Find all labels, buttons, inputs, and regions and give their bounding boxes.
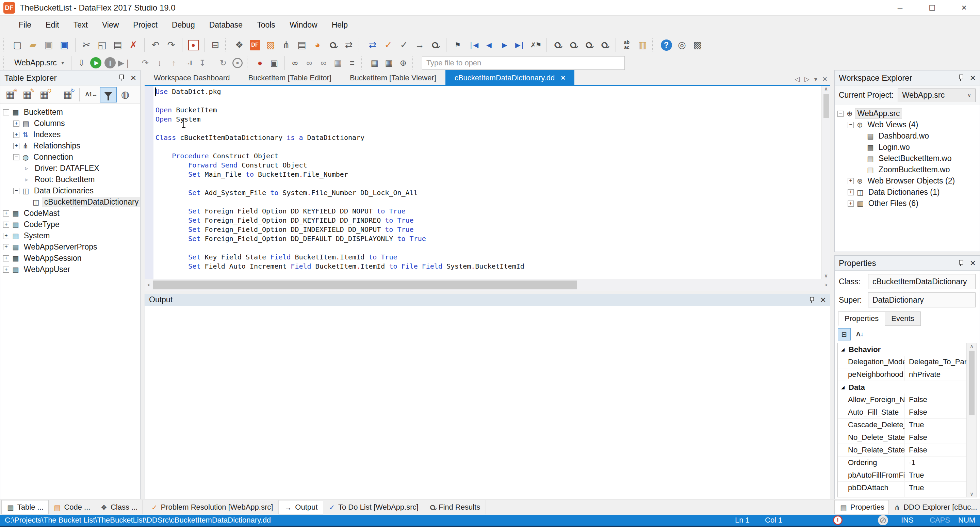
- filter-tables-button[interactable]: [100, 87, 117, 102]
- toggle-breakpoint-button[interactable]: ●: [253, 57, 267, 70]
- property-value[interactable]: Delegate_To_Par: [904, 356, 966, 368]
- run-button[interactable]: ▶: [89, 57, 103, 70]
- code-line[interactable]: [156, 244, 821, 253]
- error-indicator-icon[interactable]: !: [833, 516, 843, 525]
- reorder-columns-button[interactable]: A1↔: [83, 87, 100, 102]
- tree-item-webappuser[interactable]: +▦WebAppUser: [0, 264, 140, 275]
- panel-tab-find-results[interactable]: QFind Results: [424, 500, 486, 514]
- compile-file-button[interactable]: ⇄: [365, 37, 380, 53]
- new-file-button[interactable]: ▢: [10, 37, 25, 53]
- object-inspector-button[interactable]: ▤: [294, 37, 310, 53]
- tree-item-webappserverprops[interactable]: +▦WebAppServerProps: [0, 241, 140, 253]
- scroll-left-icon[interactable]: <: [147, 282, 150, 288]
- code-line[interactable]: Set Foreign_Field_Option DD_INDEXFIELD D…: [156, 225, 821, 234]
- about-button[interactable]: ◎: [674, 37, 690, 53]
- property-value[interactable]: False: [904, 393, 966, 406]
- breakpoint-list-button[interactable]: ▣: [267, 57, 282, 70]
- scroll-right-icon[interactable]: >: [824, 282, 827, 288]
- cut-button[interactable]: ✂: [79, 37, 94, 53]
- property-value[interactable]: nhPrivate: [904, 368, 966, 381]
- pin-icon[interactable]: [958, 260, 963, 267]
- code-line[interactable]: Set Field_Auto_Increment Field BucketIte…: [156, 262, 821, 271]
- vertical-scrollbar[interactable]: ∧ ∨: [821, 86, 830, 279]
- code-line[interactable]: Open System: [156, 115, 821, 124]
- scroll-up-icon[interactable]: ∧: [824, 86, 828, 92]
- step-over-button[interactable]: ↷: [138, 57, 153, 70]
- property-row-cascade-delete-s[interactable]: Cascade_Delete_STrue: [838, 419, 966, 431]
- file-switch-button[interactable]: ⇄: [341, 37, 356, 53]
- tab-close-icon[interactable]: ×: [561, 73, 565, 83]
- tree-item-driver-dataflex[interactable]: ▹Driver: DATAFLEX: [0, 163, 140, 174]
- restart-button[interactable]: ↻: [216, 57, 231, 70]
- find-button[interactable]: Q: [550, 37, 566, 53]
- find-prev-button[interactable]: Q: [566, 37, 581, 53]
- close-icon[interactable]: ×: [821, 295, 826, 305]
- close-icon[interactable]: ×: [970, 73, 975, 83]
- expand-icon[interactable]: +: [13, 132, 19, 138]
- delete-button[interactable]: ✗: [126, 37, 141, 53]
- edit-table-button[interactable]: ▦✎: [19, 87, 36, 102]
- code-editor[interactable]: Use DataDict.pkgOpen BucketItemOpen Syst…: [145, 86, 830, 279]
- code-line[interactable]: Forward Send Construct_Object: [156, 161, 821, 170]
- quick-open-input[interactable]: [422, 56, 625, 70]
- tab-scroll-right-icon[interactable]: ▷: [804, 75, 810, 83]
- property-row-allow-foreign-ne[interactable]: Allow_Foreign_NeFalse: [838, 393, 966, 406]
- panel-tab-class[interactable]: ❖Class ...: [95, 500, 143, 514]
- bookmark-last-button[interactable]: ▶❘: [512, 37, 528, 53]
- find-next-button[interactable]: Q: [581, 37, 597, 53]
- scroll-down-icon[interactable]: ∨: [970, 491, 974, 497]
- property-value[interactable]: True: [904, 482, 966, 494]
- tree-item-login-wo[interactable]: ▤Login.wo: [835, 142, 980, 153]
- property-row-pbforeignreado[interactable]: pbForeignReadOFalse: [838, 494, 966, 497]
- code-line[interactable]: Set Main_File to BucketItem.File_Number: [156, 170, 821, 179]
- open-file-button[interactable]: ▰: [25, 37, 41, 53]
- tab-scroll-left-icon[interactable]: ◁: [795, 75, 800, 83]
- tree-item-columns[interactable]: +▤Columns: [0, 118, 140, 129]
- todo-check-button[interactable]: ✓: [396, 37, 412, 53]
- menu-text[interactable]: Text: [66, 16, 95, 34]
- panel-tab-output[interactable]: →Output: [279, 500, 323, 514]
- tree-item-data-dictionaries-1[interactable]: +◫Data Dictionaries (1): [835, 186, 980, 198]
- bookmark-next-button[interactable]: ▶: [496, 37, 512, 53]
- maximize-button[interactable]: □: [916, 0, 948, 15]
- studio-designer-button[interactable]: DF: [247, 37, 263, 53]
- property-row-no-delete-state[interactable]: No_Delete_StateFalse: [838, 431, 966, 444]
- menu-tools[interactable]: Tools: [250, 16, 282, 34]
- editor-tab-bucketitem-table-editor[interactable]: BucketItem [Table Editor]: [239, 70, 340, 86]
- categorized-view-button[interactable]: ⊟: [838, 328, 850, 340]
- expand-icon[interactable]: +: [3, 210, 9, 217]
- tree-item-data-dictionaries[interactable]: −◫Data Dictionaries: [0, 185, 140, 196]
- code-line[interactable]: [156, 124, 821, 133]
- tree-item-other-files-6[interactable]: +▥Other Files (6): [835, 198, 980, 209]
- show-watches-button[interactable]: ∞: [302, 57, 317, 70]
- call-stack-button[interactable]: ≡: [345, 57, 360, 70]
- properties-tab-events[interactable]: Events: [885, 312, 920, 326]
- property-row-no-relate-state[interactable]: No_Relate_StateFalse: [838, 444, 966, 457]
- run-step-button[interactable]: ▶❘: [118, 57, 132, 70]
- save-button[interactable]: ▣: [41, 37, 56, 53]
- tree-item-cbucketitemdatadictionary[interactable]: ◫cBucketItemDataDictionary: [0, 196, 140, 208]
- collapse-icon[interactable]: −: [837, 111, 843, 117]
- menu-project[interactable]: Project: [126, 16, 165, 34]
- bookmark-prev-button[interactable]: ◀: [481, 37, 496, 53]
- panel-tab-problem-resolution-webapp-src[interactable]: ✓Problem Resolution [WebApp.src]: [146, 500, 279, 514]
- pin-icon[interactable]: [118, 74, 124, 81]
- db-table-editor-button[interactable]: ▦: [368, 57, 382, 70]
- step-out-button[interactable]: ↑: [167, 57, 181, 70]
- copy-button[interactable]: ◱: [94, 37, 110, 53]
- find-in-files-button[interactable]: Q: [597, 37, 612, 53]
- dock-splitter[interactable]: [145, 291, 830, 294]
- debug-tables-button[interactable]: ▦: [331, 57, 345, 70]
- go-to-button[interactable]: →: [412, 37, 427, 53]
- pin-icon[interactable]: [809, 296, 814, 303]
- code-line[interactable]: Set Foreign_Field_Option DD_DEFAULT DD_D…: [156, 234, 821, 244]
- panel-tab-table[interactable]: ▦Table ...: [2, 500, 49, 514]
- panel-splitter[interactable]: [834, 252, 980, 255]
- new-table-button[interactable]: ▦✳: [2, 87, 19, 102]
- property-category-behavior[interactable]: ◢Behavior: [838, 343, 966, 356]
- property-value[interactable]: False: [904, 406, 966, 419]
- panel-tab-ddo-explorer-cbuc[interactable]: ⋔DDO Explorer [cBuc...: [889, 500, 980, 514]
- code-line[interactable]: Set Foreign_Field_Option DD_KEYFIELD DD_…: [156, 216, 821, 225]
- panel-tab-properties[interactable]: ▤Properties: [834, 500, 889, 514]
- property-value[interactable]: False: [904, 494, 966, 497]
